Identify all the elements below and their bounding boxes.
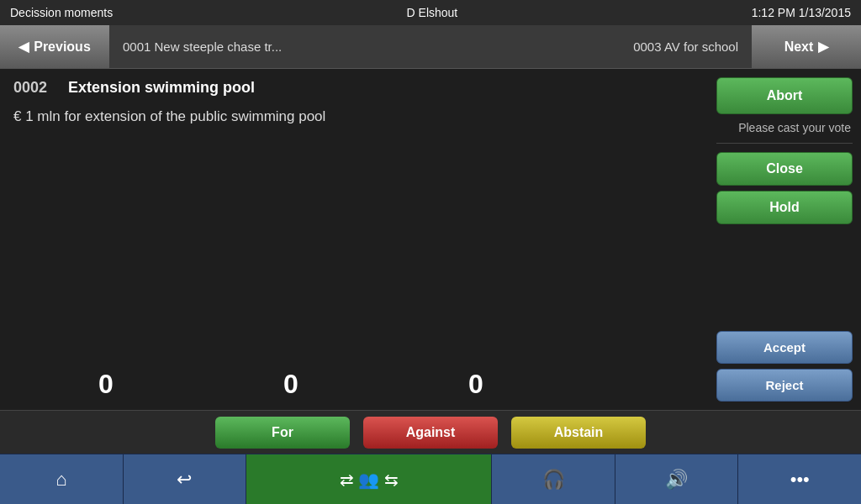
more-button[interactable]: ••• [738,454,861,504]
status-bar: Decission moments D Elshout 1:12 PM 1/13… [0,0,861,25]
abstain-count: 0 [400,369,552,400]
item-description: € 1 mln for extension of the public swim… [13,108,696,125]
next-label: Next [784,39,814,55]
nav-middle: 0001 New steeple chase tr... 0003 AV for… [109,39,752,54]
vote-bar: For Against Abstain [0,410,861,454]
abstain-button[interactable]: Abstain [511,417,646,449]
item-name: Extension swimming pool [68,79,255,96]
nav-bar: ◀ Previous 0001 New steeple chase tr... … [0,25,861,69]
headset-icon: 🎧 [542,469,565,491]
vote-counts: 0 0 0 [13,369,568,400]
headset-button[interactable]: 🎧 [492,454,615,504]
for-button[interactable]: For [215,417,350,449]
abort-button[interactable]: Abort [716,77,853,114]
spacer [716,229,853,326]
against-button[interactable]: Against [363,417,498,449]
divider [716,143,853,144]
speaker-button[interactable]: 🔊 [615,454,739,504]
back-icon: ↩ [177,469,192,491]
next-arrow-icon: ▶ [818,39,828,55]
close-button[interactable]: Close [716,152,853,186]
right-panel: Abort Please cast your vote Close Hold A… [710,69,861,410]
prev-item-title: 0001 New steeple chase tr... [123,39,282,54]
home-icon: ⌂ [55,469,66,491]
app-title: Decission moments [10,6,113,19]
content-area: 0002 Extension swimming pool € 1 mln for… [0,69,710,410]
home-button[interactable]: ⌂ [0,454,124,504]
prev-arrow-icon: ◀ [18,39,29,55]
item-number: 0002 [13,79,47,96]
for-count: 0 [30,369,182,400]
datetime: 1:12 PM 1/13/2015 [752,6,851,19]
reject-button[interactable]: Reject [716,369,853,402]
accept-button[interactable]: Accept [716,331,853,364]
group-button[interactable]: ⇄ 👥 ⇆ [246,454,492,504]
status-text: Please cast your vote [716,119,853,134]
speaker-icon: 🔊 [665,469,688,491]
previous-button[interactable]: ◀ Previous [0,25,109,68]
back-button[interactable]: ↩ [124,454,247,504]
next-item-title: 0003 AV for school [633,39,738,54]
item-title: 0002 Extension swimming pool [13,79,696,97]
bottom-bar: ⌂ ↩ ⇄ 👥 ⇆ 🎧 🔊 ••• [0,454,861,504]
main-area: 0002 Extension swimming pool € 1 mln for… [0,69,861,410]
prev-label: Previous [34,39,91,55]
next-button[interactable]: Next ▶ [752,25,861,68]
against-count: 0 [215,369,367,400]
user-name: D Elshout [407,6,458,19]
more-icon: ••• [790,469,810,491]
group-icon: ⇄ 👥 ⇆ [340,470,399,490]
hold-button[interactable]: Hold [716,191,853,224]
